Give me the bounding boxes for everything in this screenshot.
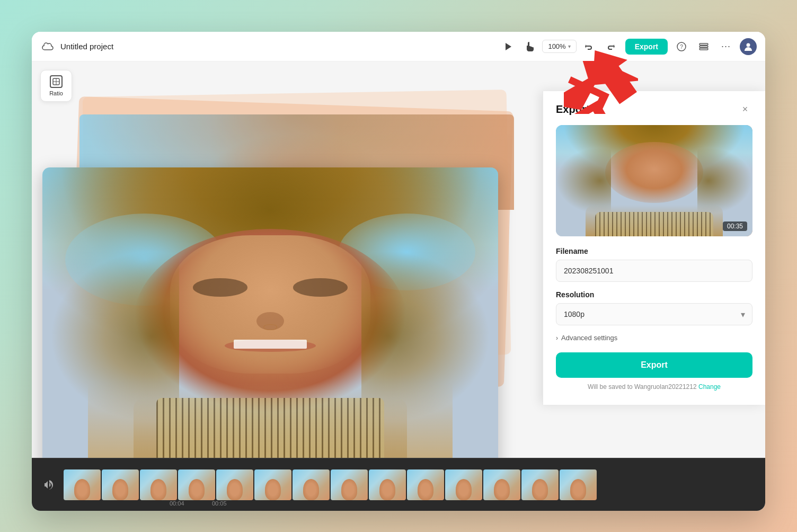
advanced-settings-label: Advanced settings [561, 334, 617, 342]
toolbar-center: 100% ▾ [500, 38, 618, 55]
undo-button[interactable] [581, 38, 598, 55]
zoom-control[interactable]: 100% ▾ [542, 40, 576, 53]
svg-rect-4 [699, 48, 708, 50]
timeline-thumb-4[interactable] [178, 469, 215, 500]
resolution-select-wrapper: 720p 1080p 2K 4K [556, 303, 752, 325]
timeline-thumb-7[interactable] [293, 469, 330, 500]
storage-button[interactable] [695, 38, 712, 55]
cloud-icon [40, 39, 55, 54]
filename-input[interactable] [556, 260, 752, 282]
toolbar-left: Untitled project [40, 39, 493, 54]
advanced-settings-toggle[interactable]: › Advanced settings [556, 334, 752, 342]
avatar [740, 38, 757, 55]
export-button-main[interactable]: Export [556, 352, 752, 378]
toolbar-right: Export ? ··· [625, 38, 757, 55]
export-panel-body: 00:35 Filename Resolution 720p 1080p 2K … [543, 125, 765, 405]
main-content: Ratio [32, 61, 765, 458]
redo-button[interactable] [602, 38, 619, 55]
advanced-chevron: › [556, 334, 558, 342]
project-title: Untitled project [60, 42, 113, 51]
timeline-thumb-1[interactable] [64, 469, 101, 500]
timeline-thumb-11[interactable] [445, 469, 482, 500]
timeline-thumb-5[interactable] [216, 469, 253, 500]
export-panel: Export × [543, 91, 765, 405]
play-button[interactable] [500, 38, 517, 55]
timeline-thumb-3[interactable] [140, 469, 177, 500]
zoom-level: 100% [548, 42, 565, 50]
svg-point-5 [747, 43, 750, 47]
timeline-thumb-8[interactable] [331, 469, 368, 500]
timeline: 00:04 00:05 [32, 458, 765, 511]
timeline-thumb-14[interactable] [560, 469, 597, 500]
toolbar: Untitled project 100% ▾ Export ? [32, 32, 765, 61]
ratio-label: Ratio [49, 90, 63, 96]
app-window: Untitled project 100% ▾ Export ? [32, 32, 765, 511]
export-panel-title: Export [556, 103, 589, 116]
timeline-time-end: 00:05 [212, 500, 227, 507]
svg-text:?: ? [680, 44, 683, 50]
svg-rect-3 [699, 46, 708, 47]
help-button[interactable]: ? [673, 38, 690, 55]
hand-tool-button[interactable] [521, 38, 538, 55]
ratio-button[interactable]: Ratio [40, 70, 72, 102]
export-button-header[interactable]: Export [625, 39, 668, 55]
timeline-track [64, 469, 597, 500]
svg-rect-2 [699, 43, 708, 45]
ratio-icon [50, 75, 63, 88]
close-export-panel-button[interactable]: × [738, 102, 752, 117]
change-save-location-link[interactable]: Change [698, 383, 721, 391]
resolution-select[interactable]: 720p 1080p 2K 4K [556, 303, 752, 325]
timeline-thumb-9[interactable] [369, 469, 406, 500]
export-panel-header: Export × [543, 91, 765, 125]
resolution-label: Resolution [556, 290, 752, 299]
timeline-thumb-2[interactable] [102, 469, 139, 500]
audio-toggle-button[interactable] [40, 476, 57, 493]
filename-label: Filename [556, 247, 752, 255]
timeline-thumb-13[interactable] [521, 469, 559, 500]
timeline-thumb-6[interactable] [254, 469, 291, 500]
timeline-thumb-10[interactable] [407, 469, 444, 500]
export-preview-duration: 00:35 [723, 221, 747, 231]
timeline-time-start: 00:04 [170, 500, 184, 507]
save-location: Will be saved to Wangruolan20221212 Chan… [556, 383, 752, 391]
more-button[interactable]: ··· [718, 38, 734, 55]
export-preview-thumbnail: 00:35 [556, 125, 752, 236]
timeline-thumb-12[interactable] [483, 469, 520, 500]
